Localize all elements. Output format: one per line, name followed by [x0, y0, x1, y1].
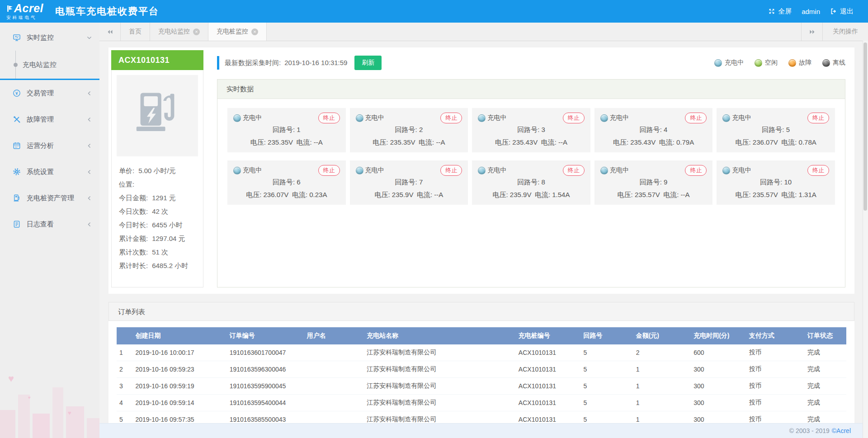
order-row[interactable]: 22019-10-16 09:59:231910163596300046江苏安科…: [117, 361, 846, 378]
stop-button[interactable]: 终止: [318, 113, 340, 123]
channel-metrics: 电压: 235.35V 电流: --A: [233, 138, 340, 147]
username[interactable]: admin: [799, 8, 823, 15]
collect-time: 最新数据采集时间: 2019-10-16 10:31:59: [225, 59, 347, 67]
stop-button[interactable]: 终止: [685, 113, 707, 123]
chevron-left-icon: [86, 143, 92, 149]
sidebar-item-operation-analysis[interactable]: 运营分析: [0, 132, 99, 159]
tab-pile-monitor[interactable]: 充电桩监控 ×: [208, 23, 267, 41]
channel-loop: 回路号: 3: [478, 126, 585, 134]
order-cell: 完成: [805, 411, 846, 424]
order-cell: 1910163595900045: [227, 378, 304, 395]
stat-label: 今日时长:: [119, 221, 148, 230]
legend-item: 离线: [822, 59, 845, 67]
order-cell: 1910163596300046: [227, 361, 304, 378]
order-row[interactable]: 52019-10-16 09:57:351910163585500043江苏安科…: [117, 411, 846, 424]
skyline-decoration: ♥ ♥ ♥: [0, 361, 99, 438]
fullscreen-label: 全屏: [778, 7, 792, 16]
channel-status-label: 充电中: [487, 166, 506, 174]
sidebar-item-system-settings[interactable]: 系统设置: [0, 159, 99, 185]
column-header: 充电桩编号: [516, 327, 581, 344]
channel-status: 充电中: [233, 114, 262, 122]
stop-button[interactable]: 终止: [318, 165, 340, 176]
tab-home[interactable]: 首页: [121, 23, 150, 41]
close-icon[interactable]: ×: [193, 28, 200, 35]
order-cell: 300: [691, 378, 746, 395]
order-row[interactable]: 12019-10-16 10:00:171910163601700047江苏安科…: [117, 344, 846, 361]
tabs-scroll-left-button[interactable]: [99, 23, 121, 41]
tab-station-monitor[interactable]: 充电站监控 ×: [150, 23, 208, 41]
channel-status: 充电中: [233, 166, 262, 174]
scrollbar-thumb[interactable]: [863, 42, 867, 211]
order-cell: 2019-10-16 10:00:17: [133, 344, 227, 361]
legend-label: 空闲: [765, 59, 778, 67]
sidebar-item-fault-manage[interactable]: 故障管理: [0, 106, 99, 132]
stop-button[interactable]: 终止: [685, 165, 707, 176]
fullscreen-icon: [768, 8, 775, 15]
column-header: 创建日期: [133, 327, 227, 344]
brand-link[interactable]: ©Acrel: [832, 427, 851, 434]
sidebar-item-label: 充电桩资产管理: [27, 194, 74, 203]
chevron-left-icon: [86, 117, 92, 122]
stop-button[interactable]: 终止: [563, 113, 585, 123]
logout-icon: [830, 8, 837, 15]
order-cell: 5: [580, 361, 633, 378]
logo-subtext: 安科瑞电气: [6, 15, 43, 20]
status-sphere-icon: [233, 167, 241, 174]
order-row[interactable]: 42019-10-16 09:59:141910163595400044江苏安科…: [117, 395, 846, 411]
stat-value: 42 次: [152, 207, 168, 216]
stat-value: 6455 小时: [152, 221, 183, 230]
orders-title: 订单列表: [108, 302, 854, 321]
channel-loop: 回路号: 6: [233, 178, 340, 187]
legend-label: 故障: [799, 59, 811, 67]
sidebar-subitem-label: 充电站监控: [23, 61, 57, 69]
stop-button[interactable]: 终止: [440, 113, 462, 123]
chevron-down-icon: [86, 35, 92, 41]
fullscreen-button[interactable]: 全屏: [765, 7, 794, 16]
channel-card: 充电中 终止 回路号: 9 电压: 235.57V 电流: --A: [594, 160, 713, 205]
close-operations-button[interactable]: 关闭操作: [822, 23, 868, 41]
channel-status: 充电中: [722, 166, 751, 174]
sidebar-item-log-view[interactable]: 日志查看: [0, 211, 99, 237]
orders-table: 创建日期订单编号用户名充电站名称充电桩编号回路号金额(元)充电时间(分)支付方式…: [117, 327, 846, 423]
stop-button[interactable]: 终止: [807, 165, 829, 176]
channel-status-label: 充电中: [487, 114, 506, 122]
stop-button[interactable]: 终止: [807, 113, 829, 123]
app-window: Acrel 安科瑞电气 电瓶车充电桩收费平台 全屏 admin 退出: [0, 0, 868, 438]
device-stat: 累计时长: 6485.2 小时: [119, 259, 197, 273]
sidebar-item-realtime-monitor[interactable]: 实时监控: [0, 24, 99, 51]
logout-button[interactable]: 退出: [827, 7, 856, 16]
stop-button[interactable]: 终止: [563, 165, 585, 176]
stop-button[interactable]: 终止: [440, 165, 462, 176]
close-icon[interactable]: ×: [251, 28, 258, 35]
sidebar-subitem-station-monitor[interactable]: 充电站监控: [0, 51, 99, 79]
order-cell: 江苏安科瑞制造有限公司: [364, 344, 516, 361]
stat-label: 位置:: [119, 180, 134, 189]
chevron-left-icon: [86, 195, 92, 201]
charging-pile-icon: [127, 86, 187, 146]
stat-value: 1291 元: [152, 194, 176, 203]
order-cell: [304, 378, 364, 395]
sidebar-item-pile-asset-manage[interactable]: 充电桩资产管理: [0, 185, 99, 211]
tab-label: 充电站监控: [158, 28, 190, 36]
order-row[interactable]: 32019-10-16 09:59:191910163595900045江苏安科…: [117, 378, 846, 395]
stat-label: 今日次数:: [119, 207, 148, 216]
refresh-button[interactable]: 刷新: [354, 56, 382, 70]
collect-time-label: 最新数据采集时间:: [225, 59, 281, 67]
order-cell: 投币: [746, 411, 805, 424]
row-index: 5: [117, 411, 133, 424]
tab-bar: 首页 充电站监控 × 充电桩监控 × 关闭操作: [99, 23, 868, 41]
channel-card: 充电中 终止 回路号: 10 电压: 235.57V 电流: 1.31A: [717, 160, 835, 205]
log-icon: [13, 220, 21, 228]
order-cell: 1910163585500043: [227, 411, 304, 424]
channel-status: 充电中: [600, 114, 629, 122]
stat-label: 单价:: [119, 167, 134, 175]
order-cell: 2019-10-16 09:59:23: [133, 361, 227, 378]
tabs-scroll-right-button[interactable]: [801, 23, 822, 41]
order-cell: 投币: [746, 378, 805, 395]
stat-value: 1297.04 元: [152, 235, 185, 243]
channel-status-label: 充电中: [243, 166, 262, 174]
channel-cards: 充电中 终止 回路号: 1 电压: 235.35V 电流: --A 充电中 终止…: [217, 99, 845, 222]
sidebar-item-transaction-manage[interactable]: 交易管理: [0, 80, 99, 106]
order-cell: 300: [691, 361, 746, 378]
order-cell: 江苏安科瑞制造有限公司: [364, 411, 516, 424]
